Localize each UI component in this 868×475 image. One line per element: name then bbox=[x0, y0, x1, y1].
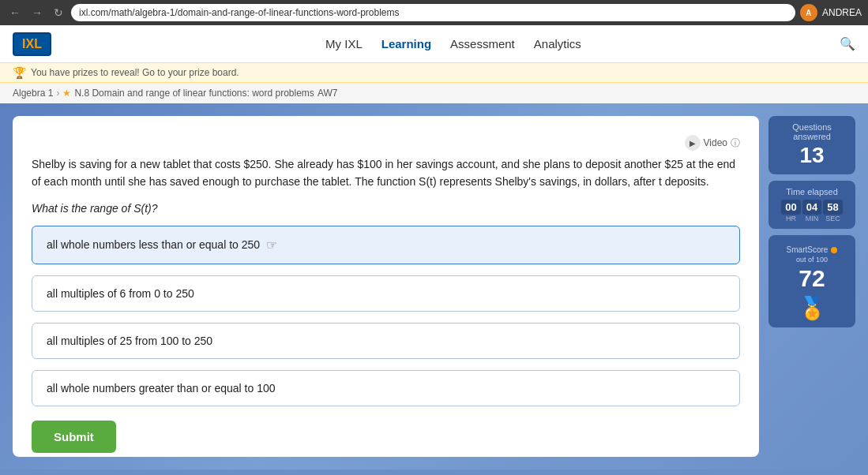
questions-answered-card: Questionsanswered 13 bbox=[768, 116, 855, 174]
nav-learning[interactable]: Learning bbox=[381, 37, 431, 50]
smart-score-badge: SmartScore bbox=[787, 245, 838, 254]
breadcrumb-section[interactable]: Algebra 1 bbox=[13, 88, 53, 99]
time-hr-unit: HR bbox=[786, 215, 796, 223]
header-right: 🔍 bbox=[840, 36, 855, 51]
nav-links: My IXL Learning Assessment Analytics bbox=[67, 37, 840, 50]
prize-text: You have prizes to reveal! Go to your pr… bbox=[31, 67, 239, 78]
time-sec-value: 58 bbox=[823, 200, 842, 215]
questions-answered-label: Questionsanswered bbox=[775, 122, 849, 141]
prize-icon: 🏆 bbox=[13, 66, 26, 79]
time-min-value: 04 bbox=[802, 200, 821, 215]
question-prompt: What is the range of S(t)? bbox=[32, 202, 740, 215]
smart-score-value: 72 bbox=[775, 265, 849, 292]
time-min-unit: MIN bbox=[806, 215, 819, 223]
ixl-logo-x: X bbox=[25, 37, 34, 50]
time-minutes: 04 MIN bbox=[802, 200, 821, 223]
time-hr-value: 00 bbox=[781, 200, 800, 215]
answer-text-b: all multiples of 6 from 0 to 250 bbox=[47, 287, 194, 300]
time-sec-unit: SEC bbox=[825, 215, 840, 223]
breadcrumb-separator: › bbox=[56, 88, 59, 99]
submit-button[interactable]: Submit bbox=[32, 421, 116, 453]
user-avatar: A bbox=[800, 4, 817, 21]
video-circle-icon: ▶ bbox=[685, 135, 701, 151]
cursor-icon: ☞ bbox=[266, 238, 277, 252]
url-bar[interactable]: ixl.com/math/algebra-1/domain-and-range-… bbox=[71, 4, 795, 21]
right-sidebar: Questionsanswered 13 Time elapsed 00 HR … bbox=[768, 116, 855, 457]
trophy-icon: 🏅 bbox=[775, 295, 849, 321]
nav-assessment[interactable]: Assessment bbox=[450, 37, 515, 50]
user-area: A ANDREA bbox=[800, 4, 862, 21]
time-elapsed-card: Time elapsed 00 HR 04 MIN 58 SEC bbox=[768, 181, 855, 229]
video-label: Video bbox=[704, 137, 727, 148]
question-top-bar: ▶ Video ⓘ bbox=[32, 135, 740, 151]
answer-text-c: all multiples of 25 from 100 to 250 bbox=[47, 335, 212, 347]
ixl-header: IXL My IXL Learning Assessment Analytics… bbox=[0, 25, 868, 63]
smart-score-card: SmartScore out of 100 72 🏅 bbox=[768, 235, 855, 327]
nav-my-ixl[interactable]: My IXL bbox=[325, 37, 363, 50]
time-elapsed-label: Time elapsed bbox=[775, 187, 849, 196]
questions-answered-value: 13 bbox=[775, 143, 849, 168]
breadcrumb-topic[interactable]: N.8 Domain and range of linear functions… bbox=[74, 88, 314, 99]
user-name: ANDREA bbox=[822, 7, 862, 18]
time-hours: 00 HR bbox=[781, 200, 800, 223]
breadcrumb: Algebra 1 › ★ N.8 Domain and range of li… bbox=[0, 83, 868, 103]
breadcrumb-code: AW7 bbox=[318, 88, 338, 99]
breadcrumb-star-icon: ★ bbox=[62, 88, 71, 99]
browser-bar: ← → ↻ ixl.com/math/algebra-1/domain-and-… bbox=[0, 0, 868, 25]
prize-banner[interactable]: 🏆 You have prizes to reveal! Go to your … bbox=[0, 63, 868, 83]
prompt-text: What is the range of S(t)? bbox=[32, 202, 158, 215]
video-button[interactable]: ▶ Video ⓘ bbox=[685, 135, 740, 151]
answer-option-d[interactable]: all whole numbers greater than or equal … bbox=[32, 370, 740, 406]
question-body: Shelby is saving for a new tablet that c… bbox=[32, 155, 740, 191]
back-button[interactable]: ← bbox=[6, 5, 24, 21]
answer-option-a[interactable]: all whole numbers less than or equal to … bbox=[32, 226, 740, 264]
video-info-icon: ⓘ bbox=[731, 137, 740, 150]
smart-score-label: SmartScore bbox=[787, 245, 829, 254]
answer-option-b[interactable]: all multiples of 6 from 0 to 250 bbox=[32, 275, 740, 312]
time-display: 00 HR 04 MIN 58 SEC bbox=[775, 200, 849, 223]
ixl-logo-l: L bbox=[34, 37, 42, 50]
answer-text-d: all whole numbers greater than or equal … bbox=[47, 382, 276, 395]
time-seconds: 58 SEC bbox=[823, 200, 842, 223]
smart-score-out-of: out of 100 bbox=[775, 256, 849, 264]
user-initial: A bbox=[806, 9, 811, 17]
answer-option-c[interactable]: all multiples of 25 from 100 to 250 bbox=[32, 323, 740, 359]
nav-analytics[interactable]: Analytics bbox=[534, 37, 581, 50]
main-area: ▶ Video ⓘ Shelby is saving for a new tab… bbox=[0, 103, 868, 469]
question-panel: ▶ Video ⓘ Shelby is saving for a new tab… bbox=[13, 116, 759, 457]
search-button[interactable]: 🔍 bbox=[840, 36, 855, 51]
forward-button[interactable]: → bbox=[28, 5, 46, 21]
url-text: ixl.com/math/algebra-1/domain-and-range-… bbox=[79, 7, 400, 18]
answer-text-a: all whole numbers less than or equal to … bbox=[47, 238, 260, 251]
smart-score-dot bbox=[831, 247, 837, 253]
ixl-logo[interactable]: IXL bbox=[13, 32, 51, 56]
refresh-button[interactable]: ↻ bbox=[51, 5, 66, 21]
